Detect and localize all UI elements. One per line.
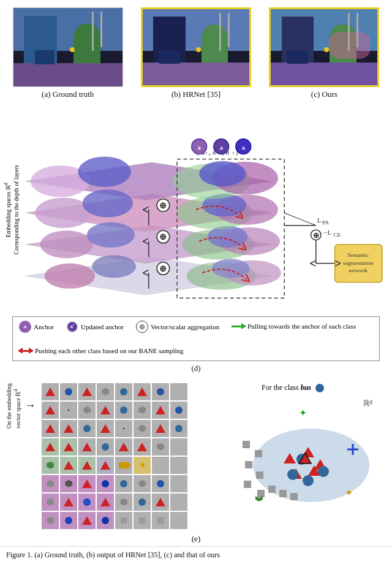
grid-cell <box>152 512 169 529</box>
svg-rect-79 <box>268 486 276 493</box>
svg-point-4 <box>45 264 95 289</box>
for-class-header: For the class bus <box>198 383 387 392</box>
grid-cell <box>152 494 169 511</box>
grid-cell <box>115 420 132 437</box>
svg-text:a: a <box>242 144 245 151</box>
updated-anchor-label: Updated anchor <box>81 321 124 333</box>
grid-cell <box>60 438 77 456</box>
svg-point-7 <box>87 223 135 248</box>
grid-cell <box>134 494 151 511</box>
svg-text:a: a <box>198 144 201 151</box>
legend-updated-anchor: a' Updated anchor <box>66 321 124 333</box>
svg-text:⊕: ⊕ <box>159 264 167 273</box>
svg-rect-81 <box>290 493 298 500</box>
svg-rect-74 <box>255 450 262 457</box>
legend-pulling: Pulling towards the anchor of each class <box>232 321 356 332</box>
grid-cell <box>134 475 151 492</box>
top-images-row: (a) Ground truth (b) HRNet [35] <box>0 0 392 102</box>
grid-cell <box>42 402 59 419</box>
svg-point-9 <box>83 189 133 217</box>
bottom-inner: On the embeddingvector space ℝd → <box>5 383 194 529</box>
grid-cell <box>42 494 59 511</box>
svg-text:⊕: ⊕ <box>313 231 319 240</box>
grid-cell <box>152 402 169 419</box>
svg-rect-77 <box>244 481 251 488</box>
embedding-space-svg: ℝd <box>198 395 387 511</box>
grid-cell <box>152 457 169 474</box>
hrnet-image <box>141 7 251 87</box>
svg-text:ₜ: ₜ <box>206 149 208 156</box>
grid-cell <box>78 438 96 456</box>
svg-rect-75 <box>245 461 252 468</box>
embedding-space-svg-wrapper: ℝd <box>198 395 387 511</box>
grid-cell <box>170 438 187 456</box>
grid-cell <box>134 420 151 437</box>
bottom-section: On the embeddingvector space ℝd → <box>0 381 392 532</box>
grid-cell <box>152 475 169 492</box>
svg-text:−L: −L <box>323 229 331 236</box>
grid-cell <box>60 383 77 400</box>
grid-cell <box>134 383 151 400</box>
svg-text:Semantic: Semantic <box>348 252 369 258</box>
diagram-caption: (d) <box>6 364 386 373</box>
svg-point-26 <box>208 226 248 248</box>
legend-aggregation: ⊕ Vector/scalar aggregation <box>136 321 219 333</box>
grid-cell <box>78 494 96 511</box>
grid-cell <box>78 457 96 474</box>
pixel-grid: ✦ <box>42 383 187 529</box>
svg-text:✦: ✦ <box>345 487 353 498</box>
grid-cell <box>78 383 96 400</box>
pulling-label: Pulling towards the anchor of each class <box>247 321 356 332</box>
grid-cell <box>97 512 114 529</box>
legend-anchor: a Anchor <box>19 321 54 333</box>
grid-cell <box>115 475 132 492</box>
figure-caption-text: Figure 1. (a) Ground truth, (b) output o… <box>6 551 220 559</box>
diagram-section: Embedding spaces ℝdCorresponding to the … <box>0 102 392 381</box>
anchor-symbol-icon: a <box>19 321 31 333</box>
grid-cell <box>115 402 132 419</box>
svg-point-70 <box>303 475 314 486</box>
ground-truth-image <box>13 7 123 87</box>
grid-cell <box>170 402 187 419</box>
svg-rect-73 <box>243 441 250 448</box>
grid-cell <box>42 475 59 492</box>
grid-cell <box>60 402 77 419</box>
grid-cell <box>78 402 96 419</box>
pulling-arrow-icon <box>232 326 245 327</box>
grid-cell <box>60 420 77 437</box>
svg-text:⊕: ⊕ <box>159 200 167 210</box>
grid-cell <box>152 383 169 400</box>
svg-text:network: network <box>349 267 368 273</box>
svg-text:ₜ: ₜ <box>233 149 235 156</box>
grid-cell <box>134 512 151 529</box>
grid-cell <box>115 438 132 456</box>
svg-point-32 <box>199 161 246 186</box>
grid-cell <box>78 512 96 529</box>
grid-cell <box>78 475 96 492</box>
grid-cell <box>42 383 59 400</box>
legend-box: a Anchor a' Updated anchor ⊕ Vector/scal… <box>12 316 380 361</box>
legend-pushing: Pushing each other class based on our BA… <box>19 345 184 357</box>
svg-text:L: L <box>317 216 322 224</box>
svg-text:a: a <box>220 144 223 151</box>
grid-cell <box>97 438 114 456</box>
grid-cell <box>115 512 132 529</box>
svg-text:ℝd: ℝd <box>363 398 372 408</box>
pushing-label: Pushing each other class based on our BA… <box>35 345 184 357</box>
svg-rect-78 <box>257 490 265 497</box>
svg-text:⊕: ⊕ <box>159 232 167 242</box>
ours-wrapper: (c) Ours <box>263 7 386 99</box>
svg-text:segmentation: segmentation <box>343 260 374 266</box>
embedding-diagram: Embedding spaces ℝdCorresponding to the … <box>6 105 386 314</box>
svg-point-69 <box>318 466 329 477</box>
grid-cell <box>115 494 132 511</box>
grid-cell <box>42 438 59 456</box>
embedding-svg: ⊕ ⊕ ⊕ <box>6 105 386 314</box>
y-axis-text: Embedding spaces ℝdCorresponding to the … <box>5 165 20 254</box>
grid-cell <box>170 420 187 437</box>
aggregation-label: Vector/scalar aggregation <box>151 321 219 333</box>
class-name: bus <box>301 383 311 392</box>
grid-cell <box>170 512 187 529</box>
grid-cell <box>152 420 169 437</box>
grid-cell <box>60 494 77 511</box>
